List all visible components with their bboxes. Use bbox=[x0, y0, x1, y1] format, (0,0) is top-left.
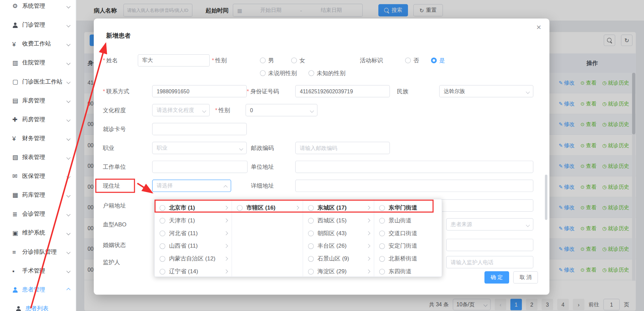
cascader-option-fengtai[interactable]: 丰台区 (26) bbox=[303, 240, 374, 252]
cascader-option-haidian[interactable]: 海淀区 (29) bbox=[303, 265, 374, 277]
nation-select[interactable]: 达斡尔族 bbox=[439, 85, 533, 97]
radio-gender-unstated[interactable] bbox=[260, 70, 266, 76]
pharmacy-icon: ✚ bbox=[12, 116, 22, 123]
radio-active-no[interactable] bbox=[405, 58, 411, 63]
dialog-scrollbar-thumb[interactable] bbox=[545, 175, 547, 220]
cascader-option-shijingshan[interactable]: 石景山区 (9) bbox=[303, 252, 374, 265]
sidebar-item-pharmacy-mgmt[interactable]: ✚药房管理 bbox=[0, 110, 76, 129]
cascader-street-column: 东华门街道 景山街道 交道口街道 安定门街道 北新桥街道 东四街道 bbox=[374, 199, 442, 277]
sidebar-item-triage-queue[interactable]: ≡分诊排队管理 bbox=[0, 243, 76, 261]
radio-icon[interactable] bbox=[159, 205, 165, 211]
radio-icon[interactable] bbox=[159, 256, 165, 261]
confirm-button[interactable]: 确 定 bbox=[485, 271, 509, 284]
radio-icon[interactable] bbox=[379, 269, 385, 274]
cascader-option-andingmen[interactable]: 安定门街道 bbox=[374, 240, 442, 252]
radio-icon[interactable] bbox=[159, 230, 165, 236]
cascader-option-xicheng[interactable]: 西城区 (15) bbox=[303, 214, 374, 227]
sidebar-item-label: 药房管理 bbox=[22, 116, 67, 123]
work-unit-input[interactable] bbox=[152, 161, 247, 173]
cancel-button[interactable]: 取 消 bbox=[513, 271, 538, 284]
radio-female-label[interactable]: 女 bbox=[299, 57, 305, 64]
radio-icon[interactable] bbox=[379, 256, 385, 261]
chevron-right-icon bbox=[366, 218, 370, 222]
radio-icon[interactable] bbox=[379, 230, 385, 236]
sidebar-item-inpatient-mgmt[interactable]: ▥住院管理 bbox=[0, 54, 76, 72]
id-number-input[interactable] bbox=[295, 85, 390, 97]
gender-code-select[interactable]: 0 bbox=[245, 104, 317, 117]
cascader-option-tianjin[interactable]: 天津市 (1) bbox=[155, 214, 232, 227]
unit-address-input[interactable] bbox=[295, 161, 533, 173]
cascader-option-shanxi[interactable]: 山西省 (11) bbox=[155, 240, 232, 252]
radio-icon[interactable] bbox=[379, 205, 385, 211]
cascader-option-jingshan[interactable]: 景山街道 bbox=[374, 214, 442, 227]
sidebar-item-surgery-mgmt[interactable]: ▪手术管理 bbox=[0, 261, 76, 280]
radio-icon[interactable] bbox=[308, 256, 314, 261]
radio-icon[interactable] bbox=[308, 243, 314, 249]
chevron-down-icon bbox=[202, 109, 206, 113]
sidebar-item-insurance-mgmt[interactable]: ✉医保管理 bbox=[0, 167, 76, 186]
radio-icon[interactable] bbox=[379, 218, 385, 223]
sidebar-item-warehouse-mgmt[interactable]: ▤库房管理 bbox=[0, 91, 76, 110]
cascader-option-beijing[interactable]: 北京市 (1) bbox=[155, 201, 232, 214]
sidebar-item-label: 医保管理 bbox=[22, 173, 67, 180]
marital-right-input[interactable] bbox=[446, 239, 533, 251]
sidebar-item-patient-list[interactable]: 患者列表 bbox=[0, 299, 76, 311]
current-address-cascader[interactable]: 请选择 bbox=[152, 180, 231, 192]
sidebar-item-consultation-mgmt[interactable]: ≣会诊管理 bbox=[0, 205, 76, 223]
card-no-input[interactable] bbox=[152, 123, 247, 135]
radio-active-yes[interactable] bbox=[431, 58, 437, 63]
radio-gender-unknown[interactable] bbox=[309, 70, 314, 76]
radio-male-label[interactable]: 男 bbox=[268, 57, 274, 64]
cascader-option-chaoyang[interactable]: 朝阳区 (43) bbox=[303, 227, 374, 240]
sidebar-item-finance-mgmt[interactable]: ¥财务管理 bbox=[0, 129, 76, 148]
radio-icon[interactable] bbox=[159, 243, 165, 249]
cascader-option-donghuamen[interactable]: 东华门街道 bbox=[374, 201, 442, 214]
sidebar-menu: ⚙系统管理 门诊管理 ¥收费工作站 ▥住院管理 ▢门诊医生工作站 ▤库房管理 ✚… bbox=[0, 0, 76, 311]
sidebar-item-outpatient-mgmt[interactable]: 门诊管理 bbox=[0, 15, 76, 34]
contact-input[interactable] bbox=[152, 85, 247, 97]
radio-icon[interactable] bbox=[379, 243, 385, 249]
patient-icon bbox=[12, 287, 22, 292]
radio-icon[interactable] bbox=[308, 230, 314, 236]
radio-gender-unstated-label[interactable]: 未说明性别 bbox=[268, 70, 297, 76]
cascader-option-dongcheng[interactable]: 东城区 (17) bbox=[303, 201, 374, 214]
cascader-province-column: 北京市 (1) 天津市 (1) 河北省 (11) 山西省 (11) 内蒙古自治区… bbox=[155, 199, 232, 277]
name-input[interactable] bbox=[138, 54, 210, 67]
cascader-option-dongsi[interactable]: 东四街道 bbox=[374, 265, 442, 277]
consultation-icon: ≣ bbox=[12, 210, 22, 218]
chevron-right-icon bbox=[224, 206, 228, 210]
radio-icon[interactable] bbox=[237, 205, 243, 211]
maintenance-icon: ▣ bbox=[12, 229, 22, 237]
radio-icon[interactable] bbox=[159, 269, 165, 274]
radio-icon[interactable] bbox=[159, 218, 165, 223]
radio-icon[interactable] bbox=[308, 205, 314, 211]
sidebar-item-doctor-workstation[interactable]: ▢门诊医生工作站 bbox=[0, 72, 76, 91]
education-select[interactable]: 请选择文化程度 bbox=[152, 104, 210, 117]
sidebar-item-system-mgmt[interactable]: ⚙系统管理 bbox=[0, 0, 76, 15]
cascader-option-hebei[interactable]: 河北省 (11) bbox=[155, 227, 232, 240]
cascader-option-neimenggu[interactable]: 内蒙古自治区 (12) bbox=[155, 252, 232, 265]
radio-active-yes-label[interactable]: 是 bbox=[439, 57, 445, 64]
sidebar-item-report-mgmt[interactable]: ▧报表管理 bbox=[0, 148, 76, 167]
sidebar-item-fee-station[interactable]: ¥收费工作站 bbox=[0, 34, 76, 53]
cascader-option-beixinqiao[interactable]: 北新桥街道 bbox=[374, 252, 442, 265]
guardian-phone-input[interactable] bbox=[446, 256, 533, 269]
radio-icon[interactable] bbox=[308, 218, 314, 223]
sidebar-item-patient-mgmt[interactable]: 患者管理 bbox=[0, 280, 76, 299]
cascader-option-liaoning[interactable]: 辽宁省 (14) bbox=[155, 265, 232, 277]
radio-active-no-label[interactable]: 否 bbox=[413, 57, 419, 64]
sidebar-item-maintenance[interactable]: ▣维护系统 bbox=[0, 224, 76, 243]
patient-source-select[interactable]: 患者来源 bbox=[446, 218, 533, 231]
radio-male[interactable] bbox=[260, 58, 266, 63]
postcode-input[interactable] bbox=[295, 142, 390, 154]
chevron-right-icon bbox=[366, 244, 370, 248]
radio-gender-unknown-label[interactable]: 未知的性别 bbox=[317, 70, 345, 76]
detail-address-input[interactable] bbox=[295, 180, 533, 192]
sidebar-item-drug-store-mgmt[interactable]: ▦药库管理 bbox=[0, 186, 76, 205]
close-icon[interactable]: × bbox=[536, 23, 541, 31]
cascader-option-shixiaqu[interactable]: 市辖区 (16) bbox=[232, 201, 303, 214]
occupation-select[interactable]: 职业 bbox=[152, 142, 247, 154]
cascader-option-jiaodaokou[interactable]: 交道口街道 bbox=[374, 227, 442, 240]
radio-icon[interactable] bbox=[308, 269, 314, 274]
radio-female[interactable] bbox=[291, 58, 297, 63]
